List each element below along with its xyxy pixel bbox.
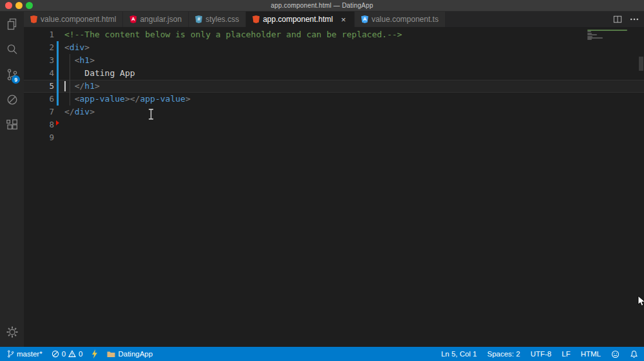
close-window-button[interactable]: [5, 2, 12, 9]
line-number: 3: [24, 54, 54, 67]
scrollbar-thumb[interactable]: [639, 57, 643, 71]
errors-count: 0: [62, 350, 66, 358]
folder-label: DatingApp: [118, 350, 153, 358]
editor-line-1[interactable]: 1<!--The content below is only a placeho…: [24, 28, 644, 41]
tab-close-button[interactable]: ×: [339, 15, 348, 24]
editor-line-7[interactable]: 7</div>: [24, 106, 644, 118]
line-code: </div>: [64, 106, 644, 118]
line-number: 6: [24, 93, 54, 106]
editor-line-4[interactable]: 4 Dating App: [24, 67, 644, 80]
tab-styles.css[interactable]: #styles.css: [189, 12, 246, 27]
html-file-icon: [30, 15, 37, 23]
editor-line-9[interactable]: 9: [24, 131, 644, 144]
line-code: [64, 118, 644, 131]
editor-pane: 1<!--The content below is only a placeho…: [24, 27, 644, 347]
line-code: <app-value></app-value>: [64, 93, 644, 106]
feedback-smiley[interactable]: [611, 347, 620, 361]
encoding-label: UTF-8: [531, 350, 552, 358]
tab-bar: value.component.htmlAangular.json#styles…: [24, 12, 644, 27]
lightning-icon: [91, 349, 98, 358]
editor-actions: [613, 12, 639, 27]
editor-line-8[interactable]: 8: [24, 118, 644, 131]
warnings-icon: [68, 350, 76, 358]
language-mode-label: HTML: [581, 350, 601, 358]
minimap-line: [587, 34, 597, 35]
source-control-icon[interactable]: 9: [0, 62, 24, 87]
zoom-window-button[interactable]: [26, 2, 33, 9]
minimap[interactable]: [586, 28, 636, 106]
tab-app.component.html[interactable]: app.component.html×: [246, 12, 355, 27]
tab-label: app.component.html: [263, 15, 333, 24]
line-gutter: [54, 131, 64, 144]
problems-indicator[interactable]: 0 0: [51, 347, 84, 361]
git-gutter-removed: [54, 118, 64, 131]
git-branch-indicator[interactable]: master*: [6, 347, 43, 361]
cursor-position-indicator[interactable]: Ln 5, Col 1: [440, 347, 478, 361]
notifications-bell[interactable]: [629, 347, 639, 361]
smiley-icon: [611, 350, 620, 358]
editor-line-5[interactable]: 5 </h1>: [24, 80, 644, 93]
encoding-indicator[interactable]: UTF-8: [530, 347, 553, 361]
minimap-line: [587, 30, 627, 31]
settings-gear-icon[interactable]: [0, 325, 24, 339]
more-actions-icon[interactable]: [630, 15, 639, 24]
source-control-badge: 9: [12, 75, 20, 84]
indent-guide: [70, 54, 70, 106]
tab-angular.json[interactable]: Aangular.json: [123, 12, 189, 27]
extensions-icon[interactable]: [0, 112, 24, 137]
line-code: <!--The content below is only a placehol…: [64, 28, 644, 41]
css-file-icon: #: [195, 15, 202, 23]
angular-file-icon: A: [129, 15, 137, 23]
line-code: Dating App: [64, 67, 644, 80]
status-bar: master* 0 0: [0, 347, 644, 361]
bell-icon: [630, 350, 638, 358]
traffic-lights: [5, 2, 33, 9]
tab-label: value.component.html: [41, 15, 116, 24]
git-branch-label: master*: [17, 350, 43, 358]
editor-line-3[interactable]: 3 <h1>: [24, 54, 644, 67]
minimap-line: [587, 39, 592, 40]
debug-icon[interactable]: [0, 87, 24, 112]
git-gutter-modified: [54, 54, 64, 67]
line-gutter: [54, 28, 64, 41]
minimize-window-button[interactable]: [15, 2, 23, 9]
errors-icon: [52, 350, 59, 358]
git-gutter-modified: [54, 67, 64, 80]
tab-label: styles.css: [205, 15, 239, 24]
angular-ts-file-icon: A: [361, 15, 368, 23]
line-number: 5: [24, 80, 54, 93]
code-area[interactable]: 1<!--The content below is only a placeho…: [24, 28, 644, 144]
warnings-count: 0: [79, 350, 82, 358]
line-number: 1: [24, 28, 54, 41]
line-number: 8: [24, 118, 54, 131]
eol-indicator[interactable]: LF: [561, 347, 571, 361]
cursor-position-label: Ln 5, Col 1: [441, 350, 477, 358]
tab-bar-tabs: value.component.htmlAangular.json#styles…: [24, 12, 446, 27]
vscode-window: app.component.html — DatingApp: [0, 0, 644, 361]
activity-bar: 9: [0, 12, 24, 347]
folder-indicator[interactable]: DatingApp: [106, 347, 153, 361]
text-caret: [64, 81, 66, 91]
line-number: 2: [24, 41, 54, 54]
html-file-icon: [252, 15, 260, 23]
window-title: app.component.html — DatingApp: [271, 2, 374, 9]
line-code: [64, 131, 644, 144]
tab-label: value.component.ts: [372, 15, 439, 24]
explorer-icon[interactable]: [0, 12, 24, 37]
indentation-indicator[interactable]: Spaces: 2: [487, 347, 521, 361]
language-mode-indicator[interactable]: HTML: [580, 347, 601, 361]
split-editor-icon[interactable]: [613, 15, 622, 24]
editor-line-6[interactable]: 6 <app-value></app-value>: [24, 93, 644, 106]
tab-value.component.ts[interactable]: Avalue.component.ts: [355, 12, 446, 27]
git-gutter-modified: [54, 80, 64, 93]
tab-label: angular.json: [140, 15, 182, 24]
editor-line-2[interactable]: 2<div>: [24, 41, 644, 54]
zap-indicator[interactable]: [91, 347, 99, 361]
line-number: 9: [24, 131, 54, 144]
search-icon[interactable]: [0, 37, 24, 62]
tab-value.component.html[interactable]: value.component.html: [24, 12, 123, 27]
title-bar: app.component.html — DatingApp: [0, 0, 644, 12]
line-code: </h1>: [64, 80, 644, 93]
eol-label: LF: [562, 350, 570, 358]
line-number: 4: [24, 67, 54, 80]
